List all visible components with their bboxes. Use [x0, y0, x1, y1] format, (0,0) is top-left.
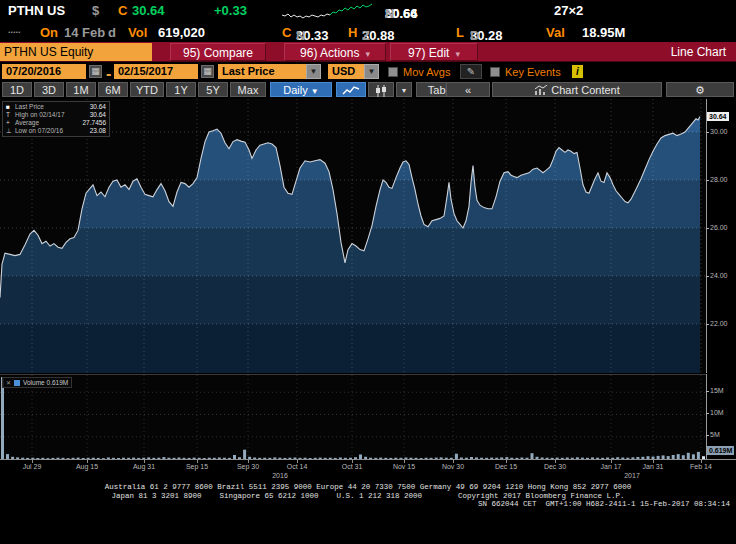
volume-chart	[0, 375, 706, 460]
ohlc-bar: ..... On 14 Feb d Vol 619,020 C 30.33N H…	[0, 22, 736, 42]
period-1d[interactable]: 1D	[2, 82, 32, 97]
info-icon[interactable]: i	[572, 65, 583, 78]
low-label: L	[456, 25, 464, 40]
footer-copyright-line: Japan 81 3 3201 8900 Singapore 65 6212 1…	[0, 492, 736, 501]
volume-badge: 0.619M	[707, 446, 734, 455]
volume-chart-panel[interactable]: ✕ Volume 0.619M	[0, 374, 706, 459]
val-value: 18.95M	[582, 25, 625, 40]
chart-content-button[interactable]: Chart Content	[492, 82, 662, 97]
close-label: C	[282, 25, 291, 40]
period-1m[interactable]: 1M	[66, 82, 96, 97]
bloomberg-terminal-window: PTHN US $ C 30.64 +0.33 N30.64 / 30.66N …	[0, 0, 736, 544]
date-tick-label: Aug 15	[70, 463, 104, 470]
volume-tick-label: 15M	[710, 387, 724, 394]
ticker-symbol: PTHN US	[8, 3, 65, 18]
chart-options-toolbar: 07/20/2016 ▦ - 02/15/2017 ▦ Last Price ▼…	[0, 62, 736, 81]
chevron-down-icon: ▾	[455, 49, 460, 59]
volume-tick-label: 5M	[710, 431, 720, 438]
candlestick-icon[interactable]	[368, 82, 394, 97]
chart-type-caret[interactable]: ▾	[396, 82, 412, 97]
date-tick-label: Nov 15	[387, 463, 421, 470]
price-tick-label: 28.00	[710, 176, 728, 183]
price-tick-label: 24.00	[710, 272, 728, 279]
currency-symbol: $	[92, 3, 99, 18]
ellipsis-dots: .....	[8, 25, 21, 35]
line-chart-icon[interactable]	[336, 82, 366, 97]
compare-button[interactable]: 95) Compare	[170, 43, 266, 61]
key-events-checkbox[interactable]	[490, 67, 500, 77]
volume-value: 619,020	[158, 25, 205, 40]
last-label: C	[118, 3, 127, 18]
price-tick-label: 30.00	[710, 128, 728, 135]
trade-date: 14 Feb	[64, 25, 105, 40]
mov-avgs-checkbox[interactable]	[388, 67, 398, 77]
security-input[interactable]: PTHN US Equity	[0, 43, 152, 61]
menu-bar: PTHN US Equity 95) Compare 96) Actions▾ …	[0, 42, 736, 62]
price-tick-label: 26.00	[710, 224, 728, 231]
legend-last-price: ■Last Price30.64	[6, 103, 106, 111]
on-label: On	[40, 25, 58, 40]
date-tick-label: Sep 15	[180, 463, 214, 470]
last-price: 30.64	[132, 3, 165, 18]
period-ytd[interactable]: YTD	[130, 82, 164, 97]
price-chart	[0, 99, 706, 373]
period-toolbar: 1D 3D 1M 6M YTD 1Y 5Y Max Daily ▼ ▾ Tabl…	[0, 81, 736, 99]
date-tick-label: Nov 30	[436, 463, 470, 470]
calendar-icon[interactable]: ▦	[89, 65, 102, 78]
price-field-select[interactable]: Last Price	[218, 64, 306, 79]
year-label: 2017	[617, 472, 647, 479]
session-flag: d	[108, 25, 116, 40]
footer-contact-line: Australia 61 2 9777 8600 Brazil 5511 239…	[0, 483, 736, 492]
date-tick-label: Oct 14	[280, 463, 314, 470]
volume-tick-label: 10M	[710, 409, 724, 416]
volume-swatch	[14, 380, 20, 386]
ticker-bar: PTHN US $ C 30.64 +0.33 N30.64 / 30.66N …	[0, 0, 736, 22]
date-to-input[interactable]: 02/15/2017	[114, 64, 198, 79]
high-label: H	[348, 25, 357, 40]
date-tick-label: Jul 29	[15, 463, 49, 470]
val-label: Val	[546, 25, 565, 40]
terminal-footer: Australia 61 2 9777 8600 Brazil 5511 239…	[0, 483, 736, 509]
date-tick-label: Jan 17	[594, 463, 628, 470]
actions-button[interactable]: 96) Actions▾	[284, 43, 386, 61]
currency-caret[interactable]: ▼	[364, 64, 379, 79]
vol-label: Vol	[128, 25, 147, 40]
gear-icon[interactable]: ⚙	[666, 82, 734, 97]
price-change: +0.33	[214, 3, 247, 18]
pencil-icon[interactable]: ✎	[460, 64, 482, 79]
intraday-sparkline	[282, 2, 374, 20]
close-icon[interactable]: ✕	[6, 379, 11, 386]
calendar-icon[interactable]: ▦	[201, 65, 214, 78]
period-1y[interactable]: 1Y	[166, 82, 196, 97]
volume-axis: 15M10M5M0.619M	[706, 374, 736, 459]
footer-session-line: SN 662044 CET GMT+1:00 H682-2411-1 15-Fe…	[0, 500, 736, 509]
period-3d[interactable]: 3D	[34, 82, 64, 97]
volume-legend: ✕ Volume 0.619M	[2, 377, 72, 388]
volume-legend-label: Volume 0.619M	[23, 379, 68, 386]
date-tick-label: Dec 30	[538, 463, 572, 470]
price-chart-panel[interactable]: ■Last Price30.64 THigh on 02/14/1730.64 …	[0, 99, 706, 373]
date-from-input[interactable]: 07/20/2016	[2, 64, 86, 79]
period-max[interactable]: Max	[230, 82, 266, 97]
price-tick-label: 22.00	[710, 320, 728, 327]
date-tick-label: Aug 31	[127, 463, 161, 470]
mov-avgs-label[interactable]: Mov Avgs	[403, 66, 451, 78]
key-events-label[interactable]: Key Events	[505, 66, 561, 78]
legend-average: +Average27.7456	[6, 119, 106, 127]
edit-button[interactable]: 97) Edit▾	[390, 43, 478, 61]
frequency-select[interactable]: Daily ▼	[270, 82, 332, 97]
page-title: Line Chart	[671, 45, 726, 59]
collapse-button[interactable]: «	[446, 82, 490, 97]
period-5y[interactable]: 5Y	[198, 82, 228, 97]
last-price-badge: 30.64	[707, 112, 729, 121]
currency-select[interactable]: USD	[328, 64, 364, 79]
date-tick-label: Sep 30	[231, 463, 265, 470]
lot-size: 27×2	[554, 3, 583, 18]
price-axis: 30.0028.0026.0024.0022.0030.64	[706, 99, 736, 373]
chart-content-icon	[534, 85, 548, 95]
chevron-down-icon: ▼	[311, 87, 319, 96]
date-axis: Jul 29Aug 15Aug 31Sep 15Sep 30Oct 14Oct …	[0, 459, 736, 480]
period-6m[interactable]: 6M	[98, 82, 128, 97]
price-field-caret[interactable]: ▼	[306, 64, 321, 79]
date-tick-label: Feb 14	[684, 463, 718, 470]
